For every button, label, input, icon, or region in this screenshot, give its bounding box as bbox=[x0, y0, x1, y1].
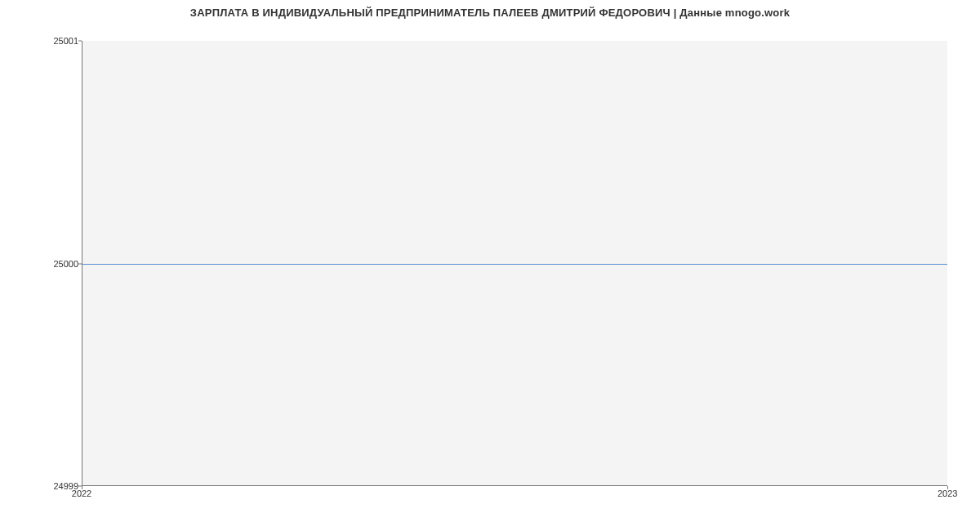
y-tick-label: 25000 bbox=[5, 259, 78, 269]
y-tick-label: 24999 bbox=[5, 481, 78, 491]
x-tick-label: 2023 bbox=[938, 489, 957, 498]
plot-area bbox=[82, 41, 947, 486]
series-line bbox=[82, 264, 947, 265]
y-tick-label: 25001 bbox=[5, 36, 78, 46]
chart-title: ЗАРПЛАТА В ИНДИВИДУАЛЬНЫЙ ПРЕДПРИНИМАТЕЛ… bbox=[0, 7, 980, 19]
chart-container: ЗАРПЛАТА В ИНДИВИДУАЛЬНЫЙ ПРЕДПРИНИМАТЕЛ… bbox=[0, 0, 980, 531]
x-tick-label: 2022 bbox=[72, 489, 91, 498]
